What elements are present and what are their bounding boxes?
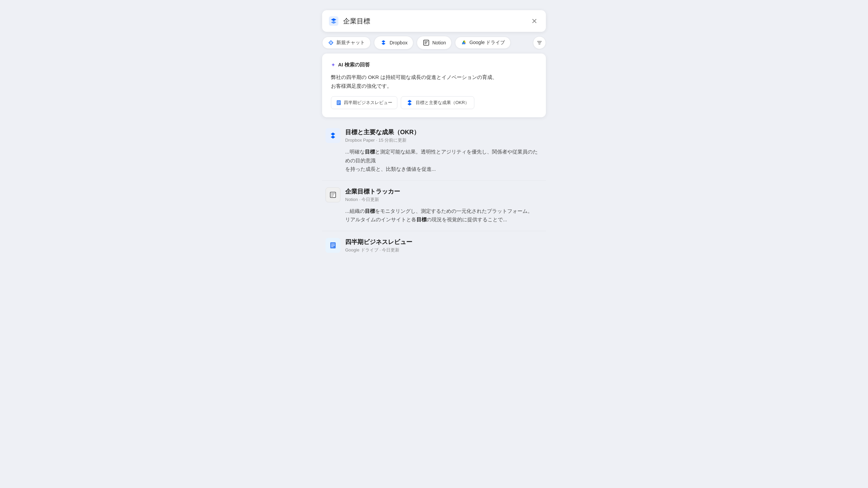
ai-source-okr-label: 目標と主要な成果（OKR） [416,100,469,106]
result-snippet-notion: ...組織の目標をモニタリングし、測定するための一元化されたプラットフォーム。リ… [326,207,542,224]
app-logo-icon [329,16,338,26]
filter-dropbox-label: Dropbox [390,40,408,45]
ai-card-header: ✦ AI 検索の回答 [331,62,537,68]
result-item-okr[interactable]: 目標と主要な成果（OKR） Dropbox Paper · 15 分前に更新 .… [322,121,546,181]
filter-dropbox[interactable]: Dropbox [374,36,413,49]
ai-sources: 四半期ビジネスレビュー 目標と主要な成果（OKR） [331,96,537,109]
result-title-okr: 目標と主要な成果（OKR） [345,128,420,136]
ai-card-body: 弊社の四半期の OKR は持続可能な成長の促進とイノベーションの育成、お客様満足… [331,73,537,90]
filter-google-drive[interactable]: Google ドライブ [455,37,511,49]
google-drive-filter-icon [461,40,467,46]
result-icon-docs [326,238,340,253]
result-item-notion[interactable]: 企業目標トラッカー Notion · 今日更新 ...組織の目標をモニタリングし… [322,181,546,231]
result-meta-notion: 企業目標トラッカー Notion · 今日更新 [345,187,400,203]
docs-result-icon [329,241,337,249]
result-header-quarterly: 四半期ビジネスレビュー Google ドライブ · 今日更新 [326,238,542,253]
main-container: 企業目標 新規チャット Dropbox [322,10,546,264]
dropbox-result-icon [329,131,337,140]
dropbox-filter-icon [380,39,387,46]
ai-card-title: AI 検索の回答 [338,62,370,68]
ai-source-quarterly-label: 四半期ビジネスレビュー [344,100,392,106]
result-source-okr: Dropbox Paper · 15 分前に更新 [345,137,420,143]
result-title-quarterly: 四半期ビジネスレビュー [345,238,412,246]
filter-google-drive-label: Google ドライブ [469,40,505,46]
ai-sparkle-icon: ✦ [331,62,335,68]
result-source-notion: Notion · 今日更新 [345,197,400,203]
filter-bar: 新規チャット Dropbox Notion [322,36,546,49]
filter-new-chat[interactable]: 新規チャット [322,37,371,49]
dropbox-source-icon [406,99,413,106]
results-list: 目標と主要な成果（OKR） Dropbox Paper · 15 分前に更新 .… [322,121,546,264]
result-icon-notion [326,187,340,202]
result-icon-dropbox [326,128,340,143]
result-source-quarterly: Google ドライブ · 今日更新 [345,247,412,253]
filter-notion-label: Notion [432,40,446,45]
filter-notion[interactable]: Notion [417,36,452,49]
notion-filter-icon [422,39,430,46]
search-bar: 企業目標 [322,10,546,32]
result-header-okr: 目標と主要な成果（OKR） Dropbox Paper · 15 分前に更新 [326,128,542,143]
result-snippet-okr: ...明確な目標と測定可能な結果。透明性とアジリティを優先し、関係者や従業員のた… [326,147,542,174]
ai-answer-card: ✦ AI 検索の回答 弊社の四半期の OKR は持続可能な成長の促進とイノベーシ… [322,54,546,117]
ai-source-quarterly-review[interactable]: 四半期ビジネスレビュー [331,96,397,109]
notion-result-icon [329,191,337,199]
result-meta-quarterly: 四半期ビジネスレビュー Google ドライブ · 今日更新 [345,238,412,253]
filter-options-icon [537,40,542,45]
result-item-quarterly[interactable]: 四半期ビジネスレビュー Google ドライブ · 今日更新 [322,231,546,264]
result-title-notion: 企業目標トラッカー [345,187,400,196]
result-meta-okr: 目標と主要な成果（OKR） Dropbox Paper · 15 分前に更新 [345,128,420,143]
filter-options-button[interactable] [533,36,546,49]
ai-source-okr[interactable]: 目標と主要な成果（OKR） [401,96,474,109]
new-chat-icon [328,40,334,46]
result-header-notion: 企業目標トラッカー Notion · 今日更新 [326,187,542,203]
search-query-text: 企業目標 [343,17,525,26]
docs-source-icon [336,100,341,105]
search-clear-button[interactable] [530,16,539,26]
filter-new-chat-label: 新規チャット [336,40,365,46]
